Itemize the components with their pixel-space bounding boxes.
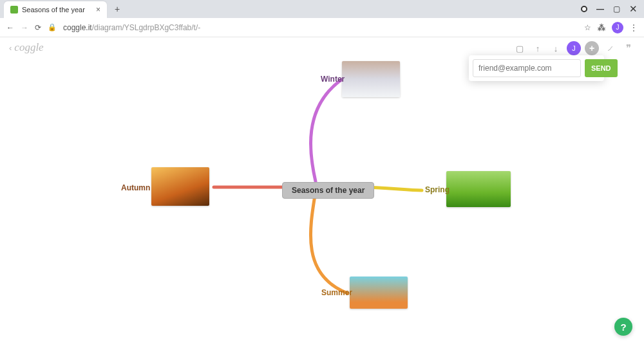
tab-title: Seasons of the year bbox=[22, 6, 85, 14]
new-tab-button[interactable]: + bbox=[111, 3, 124, 15]
url-path: /diagram/YSLgdrpBXgC3ffab/t/- bbox=[92, 23, 201, 32]
summer-image[interactable] bbox=[350, 277, 408, 309]
center-node[interactable]: Seasons of the year bbox=[282, 182, 374, 199]
maximize-icon[interactable]: ▢ bbox=[613, 5, 620, 14]
browser-tab[interactable]: Seasons of the year × bbox=[4, 1, 107, 18]
autumn-label[interactable]: Autumn bbox=[121, 183, 150, 192]
favorite-icon[interactable]: ☆ bbox=[584, 23, 591, 32]
favicon-icon bbox=[10, 6, 18, 14]
browser-chrome: Seasons of the year × + — ▢ ✕ ← → ⟳ 🔒 co… bbox=[0, 0, 644, 37]
url-bar[interactable]: coggle.it/diagram/YSLgdrpBXgC3ffab/t/- bbox=[63, 23, 578, 32]
winter-image[interactable] bbox=[342, 61, 400, 97]
edge-winter bbox=[310, 80, 341, 181]
spring-label[interactable]: Spring bbox=[425, 185, 450, 194]
minimize-icon[interactable]: — bbox=[596, 5, 604, 14]
spring-image[interactable] bbox=[446, 171, 511, 207]
window-controls: — ▢ ✕ bbox=[581, 3, 644, 15]
lock-icon: 🔒 bbox=[48, 23, 57, 32]
reload-icon[interactable]: ⟳ bbox=[35, 23, 41, 32]
summer-label[interactable]: Summer bbox=[321, 288, 352, 297]
tab-row: Seasons of the year × + — ▢ ✕ bbox=[0, 0, 644, 18]
help-button[interactable]: ? bbox=[614, 318, 632, 336]
record-icon[interactable] bbox=[581, 6, 587, 12]
winter-label[interactable]: Winter bbox=[321, 75, 345, 84]
close-tab-icon[interactable]: × bbox=[96, 5, 100, 14]
menu-icon[interactable]: ⋮ bbox=[630, 23, 638, 32]
forward-icon[interactable]: → bbox=[21, 23, 28, 32]
edge-summer bbox=[310, 192, 348, 293]
profile-avatar[interactable]: J bbox=[612, 22, 623, 33]
url-domain: coggle.it bbox=[63, 23, 92, 32]
center-node-label: Seasons of the year bbox=[292, 186, 365, 195]
back-icon[interactable]: ← bbox=[6, 23, 14, 32]
diagram-canvas[interactable]: Seasons of the year Autumn Winter Spring… bbox=[0, 37, 644, 346]
close-window-icon[interactable]: ✕ bbox=[629, 3, 638, 15]
extensions-icon[interactable]: ⁂ bbox=[598, 23, 605, 32]
autumn-image[interactable] bbox=[151, 167, 209, 206]
address-bar-row: ← → ⟳ 🔒 coggle.it/diagram/YSLgdrpBXgC3ff… bbox=[0, 18, 644, 37]
